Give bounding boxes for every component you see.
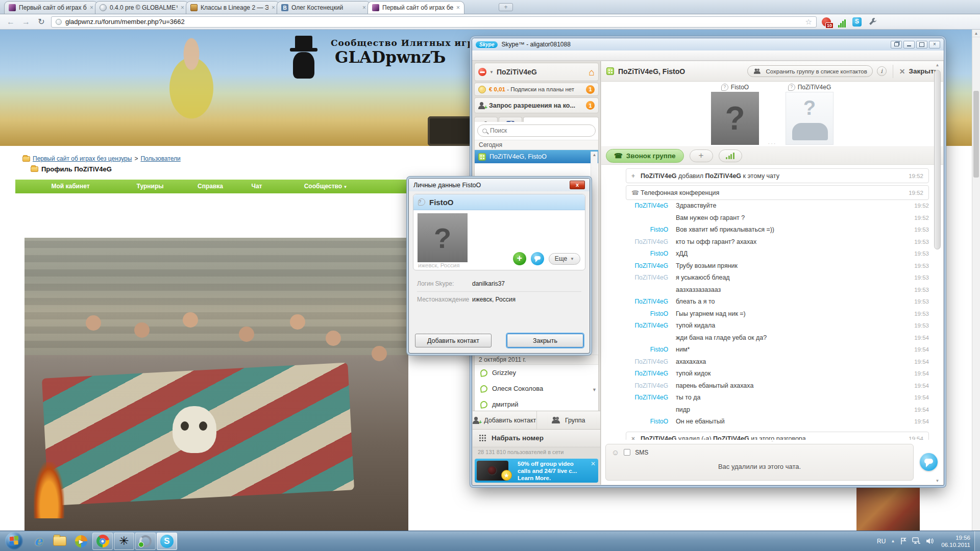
taskbar-pinwheel-app[interactable]: ✳ [114,533,134,550]
avatar[interactable]: ? [786,92,834,145]
action-center-flag-icon[interactable] [900,537,907,545]
info-button[interactable]: i [877,66,887,76]
scroll-up-icon[interactable]: ▲ [972,30,980,37]
tab-close-icon[interactable]: × [181,4,184,11]
taskbar-ie[interactable]: e [28,533,48,550]
resize-handle[interactable]: ◦ [771,438,773,444]
new-tab-button[interactable]: + [499,3,513,11]
maximize-icon[interactable] [916,41,927,48]
taskbar-chrome[interactable] [92,533,113,550]
minimize-icon[interactable] [903,41,915,48]
wrench-icon[interactable] [867,16,878,28]
avatar[interactable]: ? [711,92,759,145]
add-button[interactable]: + [513,252,526,265]
add-participant-button[interactable]: + [690,149,713,162]
emoticon-icon[interactable]: ☺ [611,448,619,457]
call-quality-button[interactable] [719,149,742,162]
contact-item[interactable]: Grizzley [475,365,598,381]
add-contact-button[interactable]: + Добавить контакт [473,411,537,429]
browser-tab[interactable]: Первый сайт об играх без × [368,1,464,14]
tab-close-icon[interactable]: × [362,4,366,11]
scrollbar-thumb[interactable] [934,70,941,249]
browser-tab[interactable]: Первый сайт об играх без × [4,1,98,14]
show-desktop-button[interactable] [974,531,980,551]
volume-icon[interactable] [926,537,934,545]
tab-close-icon[interactable]: × [456,4,460,11]
group-button[interactable]: Группа [537,411,601,429]
dial-number-button[interactable]: Набрать номер [473,429,600,446]
contact-request-row[interactable]: + Запрос разрешения на ко... 1 [474,97,599,113]
scroll-down-icon[interactable]: ▼ [592,387,597,392]
home-icon[interactable]: ⌂ [589,67,595,77]
chat-button[interactable] [531,252,544,265]
ad-learn-more-link[interactable]: Learn More. [518,474,577,482]
dialog-close-icon[interactable]: x [570,181,585,189]
sms-checkbox[interactable] [624,449,630,456]
search-input[interactable] [490,127,577,134]
compact-view-icon[interactable] [891,41,902,48]
more-button[interactable]: Еще▼ [549,253,580,265]
search-box[interactable] [477,124,596,137]
breadcrumb-users-link[interactable]: Пользователи [140,155,180,162]
taskbar-skype[interactable]: S [157,533,177,550]
dnd-status-icon[interactable] [478,68,486,76]
window-controls: × [891,41,940,48]
selected-conversation[interactable]: ПоZiTiV4eG, FistoO [475,150,598,163]
close-button[interactable]: Закрыть [507,334,583,347]
scroll-up-icon[interactable]: ▲ [591,152,598,157]
hidden-icons-arrow[interactable]: ▲ [891,539,895,543]
balance-row[interactable]: € 0,01 - Подписки на планы нет 1 [474,83,599,96]
start-button[interactable] [5,532,23,550]
tab-close-icon[interactable]: × [90,4,93,11]
ad-banner[interactable]: ★ 50% off group video calls and 24/7 liv… [475,459,598,483]
chat-close-button[interactable]: ✕ Закрыть [899,67,938,76]
network-icon[interactable] [912,537,921,545]
taskbar-explorer[interactable] [50,533,70,550]
language-indicator[interactable]: RU [877,538,886,545]
forward-icon[interactable]: → [20,17,32,27]
reload-icon[interactable]: ↻ [36,17,47,27]
contact-item[interactable]: Олеся Соколова [475,381,598,396]
ad-close-icon[interactable]: ✕ [591,460,596,467]
scrollbar-thumb[interactable] [973,91,979,178]
browser-tab[interactable]: 0.4.0 pre © GLOBALME™ (1 × [95,1,189,14]
taskbar-media-player[interactable] [71,533,91,550]
dialog-titlebar[interactable]: Личные данные FistoO x [409,179,590,191]
scroll-up-icon[interactable]: ▲ [934,63,941,67]
close-icon[interactable]: × [929,41,940,48]
status-row[interactable]: ▼ ПоZiTiV4eG ⌂ [474,63,599,81]
signal-bars-icon[interactable] [836,16,847,28]
message-text: блеать а я то [676,298,908,305]
message-bubble-button[interactable] [920,453,938,471]
address-bar[interactable]: gladpwnz.ru/forum/member.php?u=3662 ☆ [51,16,817,28]
browser-tab[interactable]: В Олег Костенецкий × [277,1,371,14]
nav-community[interactable]: Сообщество [304,183,348,190]
header-ornament [428,116,475,146]
taskbar-swirl-app[interactable] [135,533,156,550]
breadcrumb-home-link[interactable]: Первый сайт об играх без цензуры [33,155,132,162]
extension-red-icon[interactable]: 10 [821,16,832,28]
group-call-button[interactable]: ☎ Звонок группе [606,149,684,163]
message-time: 19:54 [908,383,929,389]
browser-tab[interactable]: Классы в Lineage 2 — Энц × [186,1,280,14]
skype-extension-icon[interactable]: S [851,16,863,28]
nav-chat[interactable]: Чат [252,183,262,190]
tab-favicon: В [281,4,288,11]
add-contact-button[interactable]: Добавить контакт [415,334,492,347]
page-scrollbar[interactable]: ▲ [972,30,980,531]
nav-help[interactable]: Справка [198,183,223,190]
message-time: 19:54 [908,370,929,377]
bookmark-star-icon[interactable]: ☆ [805,17,812,27]
tab-close-icon[interactable]: × [272,4,275,11]
skype-titlebar[interactable]: Skype Skype™ - aligator081088 × [472,38,944,51]
drag-handle[interactable]: ··· [768,140,777,146]
nav-my-cabinet[interactable]: Мой кабинет [51,183,89,190]
contact-item[interactable]: дмитрий [475,396,598,411]
scroll-down-icon[interactable]: ▼ [934,479,941,483]
save-group-button[interactable]: Сохранить группу в списке контактов [747,65,872,77]
nav-tournaments[interactable]: Турниры [137,183,164,190]
clock[interactable]: 19:56 06.10.2011 [941,534,970,548]
message-input-area[interactable]: ☺ SMS Вас удалили из этого чата. [605,444,914,481]
back-icon[interactable]: ← [5,17,16,27]
chat-scrollbar[interactable]: ▲ ▼ [934,63,941,483]
